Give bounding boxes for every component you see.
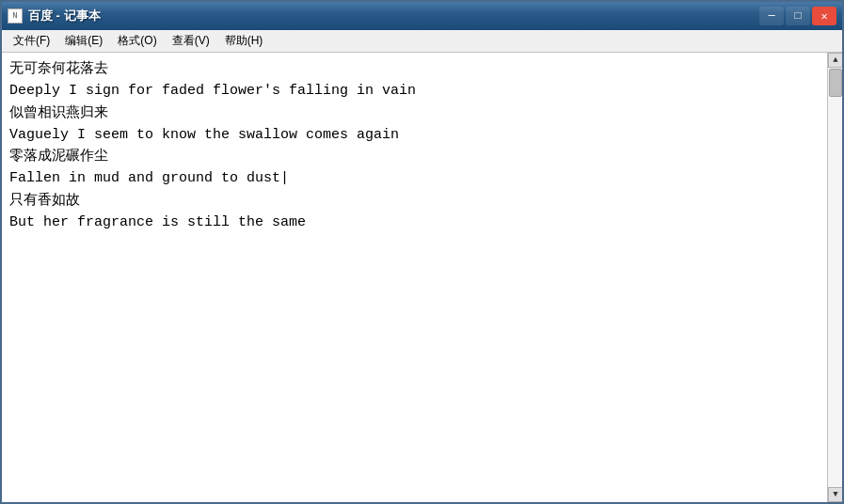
- scrollbar-thumb[interactable]: [829, 69, 842, 97]
- minimize-button[interactable]: —: [759, 7, 784, 25]
- menu-format[interactable]: 格式(O): [110, 31, 164, 51]
- title-bar: N 百度 - 记事本 — □ ✕: [2, 2, 842, 30]
- menu-bar: 文件(F) 编辑(E) 格式(O) 查看(V) 帮助(H): [2, 30, 842, 53]
- menu-edit[interactable]: 编辑(E): [57, 31, 110, 51]
- menu-file[interactable]: 文件(F): [6, 31, 57, 51]
- content-area: ▲ ▼: [2, 53, 842, 502]
- title-controls: — □ ✕: [759, 7, 836, 25]
- window-title: 百度 - 记事本: [28, 8, 101, 24]
- scroll-down-button[interactable]: ▼: [828, 487, 842, 502]
- scrollbar: ▲ ▼: [827, 53, 842, 502]
- text-editor[interactable]: [2, 53, 827, 502]
- close-button[interactable]: ✕: [812, 7, 836, 25]
- scrollbar-track: [828, 68, 842, 487]
- app-icon: N: [8, 8, 23, 24]
- maximize-button[interactable]: □: [786, 7, 810, 25]
- menu-help[interactable]: 帮助(H): [217, 31, 271, 51]
- scroll-up-button[interactable]: ▲: [828, 53, 842, 68]
- window: N 百度 - 记事本 — □ ✕ 文件(F) 编辑(E) 格式(O) 查看(V)…: [0, 0, 844, 504]
- title-bar-left: N 百度 - 记事本: [8, 8, 101, 24]
- menu-view[interactable]: 查看(V): [165, 31, 217, 51]
